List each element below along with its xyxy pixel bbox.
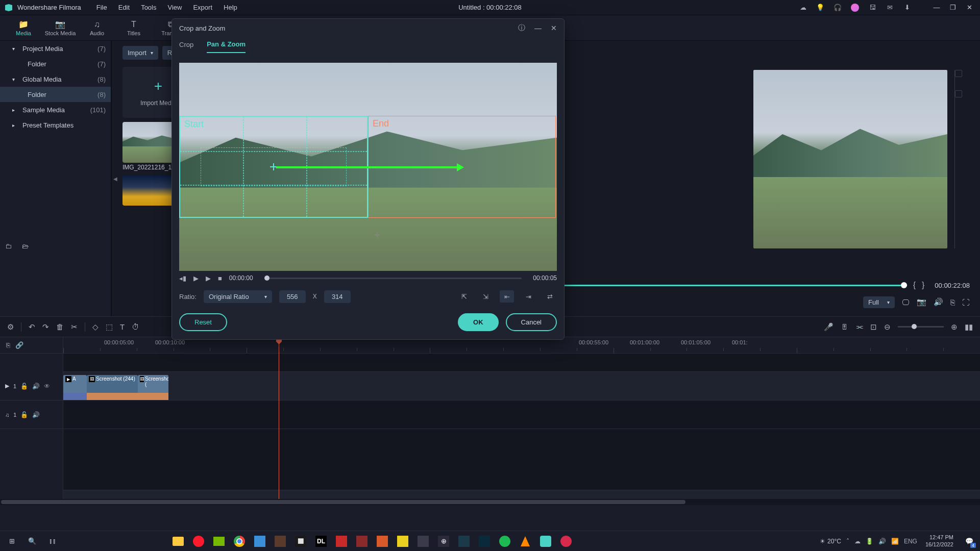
app-icon-13[interactable] bbox=[557, 533, 575, 549]
tray-battery-icon[interactable]: 🔋 bbox=[866, 538, 873, 545]
mark-out-icon[interactable]: } bbox=[922, 281, 924, 290]
timeline-scrollbar[interactable] bbox=[0, 499, 980, 505]
tree-global-media[interactable]: ▾Global Media(8) bbox=[0, 71, 111, 87]
tab-media[interactable]: 📁Media bbox=[5, 15, 42, 41]
tab-titles[interactable]: TTitles bbox=[115, 15, 152, 41]
scrubber-thumb[interactable] bbox=[901, 282, 907, 288]
headphones-icon[interactable]: 🎧 bbox=[833, 3, 842, 12]
swap-preset-icon[interactable]: ⇄ bbox=[543, 290, 557, 303]
save-icon[interactable]: 🖫 bbox=[868, 3, 877, 12]
opera-icon[interactable] bbox=[190, 533, 207, 549]
fullscreen-icon[interactable]: ⛶ bbox=[962, 298, 970, 307]
pan-left-preset-icon[interactable]: ⇤ bbox=[500, 290, 514, 303]
app-icon-7[interactable] bbox=[374, 533, 391, 549]
export-frame-icon[interactable]: ⎘ bbox=[950, 298, 955, 307]
video-track-header[interactable]: ▶ 1 🔓 🔊 👁 bbox=[0, 372, 63, 400]
app-icon-10[interactable]: ⊕ bbox=[435, 533, 452, 549]
zoom-in-icon[interactable]: ⊕ bbox=[951, 322, 958, 332]
marker-icon[interactable]: ◇ bbox=[92, 322, 99, 332]
tab-pan-zoom[interactable]: Pan & Zoom bbox=[207, 40, 246, 53]
cloud-icon[interactable]: ☁ bbox=[798, 3, 807, 12]
close-icon[interactable]: ✕ bbox=[551, 24, 557, 32]
stop-icon[interactable]: ■ bbox=[218, 274, 222, 282]
pan-right-preset-icon[interactable]: ⇥ bbox=[521, 290, 535, 303]
timeline-zoom-slider[interactable] bbox=[898, 326, 944, 328]
play-icon-2[interactable]: ▶ bbox=[206, 274, 211, 282]
mail-icon[interactable]: ✉ bbox=[885, 3, 894, 12]
scrubber-thumb[interactable] bbox=[264, 276, 270, 281]
menu-edit[interactable]: Edit bbox=[118, 4, 130, 11]
app-icon-2[interactable] bbox=[272, 533, 289, 549]
tab-audio[interactable]: ♫Audio bbox=[79, 15, 115, 41]
mic-icon[interactable]: 🎤 bbox=[824, 322, 834, 332]
magnet-icon[interactable]: ⫘ bbox=[855, 322, 863, 331]
avatar-icon[interactable] bbox=[850, 3, 860, 12]
nvidia-icon[interactable] bbox=[210, 533, 228, 549]
collapse-left-icon[interactable]: ◀ bbox=[113, 176, 117, 182]
tree-folder-selected[interactable]: Folder(8) bbox=[0, 87, 111, 102]
share-icon[interactable]: ⎘ bbox=[6, 341, 10, 349]
dialog-preview[interactable]: End Start ✛ bbox=[179, 63, 557, 271]
chrome-icon[interactable] bbox=[231, 533, 248, 549]
app-icon-11[interactable] bbox=[455, 533, 473, 549]
minimize-button[interactable]: — bbox=[930, 3, 943, 13]
tray-wifi-icon[interactable]: 📶 bbox=[891, 538, 899, 545]
tray-language-icon[interactable]: ENG bbox=[904, 538, 917, 545]
minimize-icon[interactable]: — bbox=[534, 24, 542, 32]
visibility-icon[interactable]: 👁 bbox=[44, 383, 50, 390]
start-button[interactable]: ⊞ bbox=[3, 533, 20, 549]
lock-icon[interactable]: 🔓 bbox=[20, 411, 28, 418]
volume-icon[interactable]: 🔊 bbox=[934, 297, 943, 307]
maximize-button[interactable]: ❐ bbox=[946, 3, 960, 13]
timeline-content[interactable]: 00:00:05:00 00:00:10:00 00:00:55:00 00:0… bbox=[63, 337, 980, 499]
width-input[interactable]: 556 bbox=[279, 290, 306, 303]
height-input[interactable]: 314 bbox=[324, 290, 351, 303]
help-icon[interactable]: ⓘ bbox=[518, 23, 525, 33]
tree-project-media[interactable]: ▾Project Media(7) bbox=[0, 41, 111, 56]
tray-chevron-icon[interactable]: ˄ bbox=[846, 538, 849, 545]
folder-icon[interactable]: 🗁 bbox=[22, 242, 29, 250]
tab-stock-media[interactable]: 📷Stock Media bbox=[42, 15, 79, 41]
crop-icon[interactable]: ⬚ bbox=[106, 322, 113, 332]
app-icon-8[interactable] bbox=[394, 533, 411, 549]
mute-icon[interactable]: 🔊 bbox=[32, 383, 40, 390]
lightbulb-icon[interactable]: 💡 bbox=[816, 3, 825, 12]
playhead[interactable] bbox=[279, 337, 279, 499]
zoom-thumb[interactable] bbox=[912, 324, 917, 329]
video-track[interactable]: ▶A 🖼Screenshot (244) 🖼Screenshot ( bbox=[63, 372, 980, 400]
menu-help[interactable]: Help bbox=[224, 4, 237, 11]
ok-button[interactable]: OK bbox=[458, 313, 499, 331]
undo-icon[interactable]: ↶ bbox=[29, 322, 35, 332]
text-icon[interactable]: T bbox=[120, 322, 125, 331]
taskbar-clock[interactable]: 12:47 PM 16/12/2022 bbox=[925, 534, 953, 547]
explorer-icon[interactable] bbox=[169, 533, 187, 549]
lock-icon[interactable]: 🔓 bbox=[20, 383, 28, 390]
snapshot-icon[interactable]: 📷 bbox=[917, 297, 926, 307]
search-button[interactable]: 🔍 bbox=[23, 533, 41, 549]
scrollbar-thumb[interactable] bbox=[1, 500, 685, 504]
tray-cloud-icon[interactable]: ☁ bbox=[854, 538, 861, 545]
play-icon[interactable]: ▶ bbox=[193, 274, 199, 282]
app-icon-1[interactable] bbox=[251, 533, 268, 549]
split-icon[interactable]: ✂ bbox=[71, 322, 78, 332]
audio-track-header[interactable]: ♫ 1 🔓 🔊 bbox=[0, 400, 63, 429]
tree-folder[interactable]: Folder(7) bbox=[0, 56, 111, 71]
weather-widget[interactable]: ☀20°C bbox=[820, 538, 841, 545]
timeline-settings-icon[interactable]: ⚙ bbox=[7, 322, 14, 332]
tray-volume-icon[interactable]: 🔊 bbox=[878, 538, 886, 545]
redo-icon[interactable]: ↷ bbox=[42, 322, 49, 332]
app-icon-6[interactable] bbox=[353, 533, 371, 549]
zoom-in-preset-icon[interactable]: ⇱ bbox=[457, 290, 471, 303]
download-icon[interactable]: ⬇ bbox=[902, 3, 912, 12]
mixer-icon[interactable]: 🎚 bbox=[841, 322, 848, 331]
app-icon-4[interactable]: DL bbox=[312, 533, 330, 549]
preview-zoom-select[interactable]: Full▾ bbox=[863, 296, 895, 308]
zoom-out-preset-icon[interactable]: ⇲ bbox=[478, 290, 493, 303]
timeline-view-icon[interactable]: ▮▮ bbox=[965, 322, 973, 332]
import-button[interactable]: Import▾ bbox=[122, 46, 158, 60]
fit-icon[interactable]: ⊡ bbox=[870, 322, 877, 332]
menu-export[interactable]: Export bbox=[193, 4, 212, 11]
vlc-icon[interactable] bbox=[517, 533, 534, 549]
app-icon-9[interactable] bbox=[414, 533, 432, 549]
tree-sample-media[interactable]: ▸Sample Media(101) bbox=[0, 102, 111, 117]
